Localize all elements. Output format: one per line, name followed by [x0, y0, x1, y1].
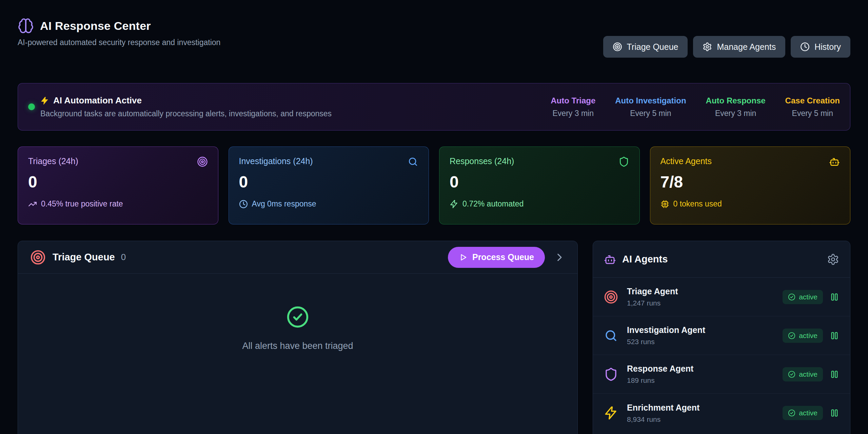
agent-name: Triage Agent: [627, 287, 678, 296]
manage-agents-button[interactable]: Manage Agents: [693, 36, 785, 58]
gear-icon[interactable]: [827, 253, 839, 265]
ai-agents-header: AI Agents: [593, 241, 850, 278]
stat-card-investigations: Investigations (24h) 0 Avg 0ms response: [229, 146, 429, 224]
triage-queue-title: Triage Queue: [53, 252, 115, 263]
header-actions: Triage Queue Manage Agents History: [603, 36, 851, 58]
chevron-right-icon[interactable]: [554, 252, 565, 263]
schedule-auto-investigation: Auto Investigation Every 5 min: [615, 96, 686, 118]
stat-card-triages: Triages (24h) 0 0.45% true positive rate: [18, 146, 218, 224]
schedule-auto-triage: Auto Triage Every 3 min: [551, 96, 595, 118]
ai-agents-title: AI Agents: [622, 254, 668, 265]
status-badge: active: [783, 367, 823, 381]
main-content: Triage Queue 0 Process Queue All alerts …: [18, 241, 850, 434]
agent-runs: 8,934 runs: [627, 415, 699, 423]
schedule-interval: Every 3 min: [706, 109, 766, 118]
stat-value: 0: [450, 173, 629, 191]
status-badge: active: [783, 406, 823, 420]
schedule-case-creation: Case Creation Every 5 min: [785, 96, 840, 118]
agent-name: Investigation Agent: [627, 325, 705, 335]
stat-cards: Triages (24h) 0 0.45% true positive rate…: [18, 146, 850, 224]
page-header: AI Response Center AI-powered automated …: [18, 18, 850, 58]
check-circle-icon: [286, 305, 309, 329]
history-button[interactable]: History: [791, 36, 850, 58]
clock-icon: [239, 200, 248, 209]
brain-icon: [18, 18, 34, 34]
triage-queue-panel: Triage Queue 0 Process Queue All alerts …: [18, 241, 578, 434]
bot-icon: [604, 253, 616, 265]
agent-runs: 189 runs: [627, 376, 693, 384]
status-label: active: [799, 409, 817, 417]
clock-icon: [800, 42, 810, 52]
schedule-label: Auto Response: [706, 96, 766, 105]
agent-row-triage: Triage Agent 1,247 runs active: [593, 278, 850, 316]
target-icon: [30, 250, 46, 265]
trending-up-icon: [28, 200, 37, 209]
check-circle-icon: [788, 293, 795, 301]
zap-icon: [604, 406, 618, 420]
stat-detail: 0.45% true positive rate: [41, 199, 123, 209]
banner-title: AI Automation Active: [53, 95, 142, 106]
play-icon: [459, 253, 468, 262]
triage-queue-header: Triage Queue 0 Process Queue: [18, 241, 577, 274]
bot-icon: [829, 156, 840, 167]
schedule-interval: Every 5 min: [615, 109, 686, 118]
check-circle-icon: [788, 332, 795, 339]
banner-text: AI Automation Active Background tasks ar…: [40, 95, 332, 118]
cpu-icon: [660, 200, 669, 209]
process-queue-button[interactable]: Process Queue: [448, 247, 545, 268]
shield-icon: [604, 367, 618, 381]
history-button-label: History: [814, 42, 841, 52]
banner-description: Background tasks are automatically proce…: [40, 109, 332, 118]
agent-name: Response Agent: [627, 364, 693, 374]
pause-icon[interactable]: [830, 408, 839, 418]
stat-detail: 0.72% automated: [462, 199, 524, 209]
ai-response-center-page: AI Response Center AI-powered automated …: [0, 0, 868, 434]
agent-row-response: Response Agent 189 runs active: [593, 355, 850, 394]
pause-icon[interactable]: [830, 331, 839, 340]
automation-schedules: Auto Triage Every 3 min Auto Investigati…: [551, 96, 840, 118]
shield-icon: [618, 156, 629, 167]
agent-row-enrichment: Enrichment Agent 8,934 runs active: [593, 394, 850, 432]
status-badge: active: [783, 290, 823, 304]
schedule-label: Case Creation: [785, 96, 840, 105]
search-icon: [604, 329, 618, 343]
header-titles: AI Response Center AI-powered automated …: [18, 18, 220, 47]
agent-name: Enrichment Agent: [627, 403, 699, 413]
target-icon: [197, 156, 208, 167]
stat-detail: 0 tokens used: [673, 199, 722, 209]
page-subtitle: AI-powered automated security response a…: [18, 38, 220, 47]
schedule-label: Auto Triage: [551, 96, 595, 105]
search-icon: [408, 156, 418, 167]
stat-detail: Avg 0ms response: [252, 199, 316, 209]
status-dot: [28, 103, 35, 110]
stat-card-responses: Responses (24h) 0 0.72% automated: [439, 146, 640, 224]
triage-queue-count: 0: [121, 252, 126, 262]
zap-icon: [40, 96, 49, 105]
gear-icon: [703, 42, 712, 52]
stat-card-active-agents: Active Agents 7/8 0 tokens used: [650, 146, 851, 224]
stat-value: 0: [28, 173, 208, 191]
agent-runs: 1,247 runs: [627, 299, 678, 307]
check-circle-icon: [788, 371, 795, 378]
status-badge: active: [783, 329, 823, 343]
manage-agents-button-label: Manage Agents: [717, 42, 776, 52]
triage-queue-empty-state: All alerts have been triaged: [18, 274, 577, 351]
stat-value: 7/8: [660, 173, 840, 191]
page-title: AI Response Center: [40, 19, 151, 33]
target-icon: [613, 42, 622, 52]
target-icon: [604, 290, 618, 304]
triage-queue-button[interactable]: Triage Queue: [603, 36, 688, 58]
status-label: active: [799, 370, 817, 378]
stat-label: Responses (24h): [450, 156, 514, 166]
status-label: active: [799, 332, 817, 340]
process-queue-label: Process Queue: [472, 252, 534, 262]
zap-icon: [450, 200, 458, 209]
empty-state-message: All alerts have been triaged: [242, 341, 353, 351]
check-circle-icon: [788, 409, 795, 417]
agent-runs: 523 runs: [627, 338, 705, 346]
pause-icon[interactable]: [830, 370, 839, 379]
automation-banner: AI Automation Active Background tasks ar…: [18, 83, 850, 131]
triage-queue-button-label: Triage Queue: [627, 42, 678, 52]
stat-value: 0: [239, 173, 419, 191]
pause-icon[interactable]: [830, 292, 839, 302]
